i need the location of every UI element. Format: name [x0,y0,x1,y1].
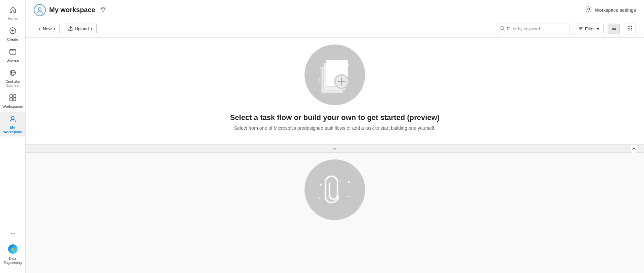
svg-text:⚡: ⚡ [10,246,16,252]
sidebar-item-workspaces[interactable]: Workspaces [0,91,25,112]
sidebar-item-home-label: Home [8,17,18,21]
sidebar-item-create-label: Create [7,37,18,42]
search-icon [500,26,505,32]
header-left: My workspace [34,4,106,16]
svg-point-30 [631,26,632,27]
svg-point-14 [38,8,41,10]
drag-handle-icon: ═ [333,146,337,151]
svg-point-39 [319,79,321,81]
filter-chevron-icon: ▾ [597,26,599,31]
premium-diamond-icon [100,6,106,14]
svg-rect-8 [13,95,16,97]
upload-icon [68,26,73,32]
avatar [34,4,46,16]
upload-button-label: Upload [75,26,89,31]
svg-point-32 [630,28,631,29]
sidebar-item-onelake[interactable]: OneLake data hub [0,66,25,91]
sidebar-item-onelake-label: OneLake data hub [5,80,20,88]
svg-point-19 [588,8,590,10]
task-flow-bottom-illustration [304,159,365,220]
task-flow-subtitle: Select from one of Microsoft's predesign… [234,125,436,131]
home-icon [9,6,17,15]
svg-point-31 [628,28,629,29]
sidebar-item-browse-label: Browse [6,58,19,63]
svg-rect-10 [13,98,16,101]
task-flow-top-section: Select a task flow or build your own to … [26,38,644,145]
svg-marker-15 [101,7,105,12]
svg-point-48 [348,181,350,183]
myworkspace-icon [9,115,17,124]
page-header: My workspace Workspace settings [26,0,644,20]
workspaces-icon [9,94,17,103]
svg-rect-7 [10,95,12,97]
collapse-button[interactable] [629,144,639,153]
section-divider-handle[interactable]: ═ [26,145,644,153]
sidebar-item-myworkspace-label: My workspace [3,125,22,134]
filter-icon [578,26,583,32]
toolbar: + New ▾ Upload ▾ Filter by keyword [26,20,644,38]
svg-point-35 [630,29,631,30]
new-button[interactable]: + New ▾ [34,24,60,34]
svg-point-50 [319,198,321,199]
plus-icon: + [38,26,41,32]
sidebar-item-data-engineering-label: Data Engineering [4,257,22,265]
svg-point-49 [348,196,350,198]
sidebar-item-myworkspace[interactable]: My workspace [0,112,25,136]
svg-point-36 [631,29,632,30]
sidebar-item-more[interactable]: ··· [0,226,25,240]
sidebar-item-home[interactable]: Home [0,3,25,24]
page-title: My workspace [49,6,95,14]
sidebar-item-create[interactable]: Create [0,24,25,44]
svg-rect-9 [10,98,12,101]
new-button-label: New [43,26,52,31]
svg-point-11 [11,116,14,119]
network-view-icon [627,26,633,32]
data-engineering-logo-icon: ⚡ [8,244,18,255]
list-view-button[interactable] [608,24,620,34]
workspace-settings-label: Workspace settings [595,7,636,13]
browse-icon [9,48,17,57]
svg-point-28 [628,26,629,27]
more-icon: ··· [11,229,14,237]
filter-button[interactable]: Filter ▾ [574,24,604,34]
sidebar-item-browse[interactable]: Browse [0,44,25,65]
svg-line-21 [504,29,505,31]
workspace-settings-button[interactable]: Workspace settings [585,6,636,14]
svg-point-47 [320,184,322,186]
list-view-icon [611,26,616,32]
new-chevron-icon: ▾ [54,27,55,31]
upload-chevron-icon: ▾ [91,27,92,31]
network-view-button[interactable] [624,24,636,34]
onelake-icon [9,69,17,78]
sidebar-item-workspaces-label: Workspaces [2,104,23,109]
create-icon [9,27,17,36]
task-flow-title: Select a task flow or build your own to … [230,113,440,122]
upload-button[interactable]: Upload ▾ [64,24,97,34]
task-flow-bottom-section [26,153,644,273]
svg-point-33 [631,28,632,29]
sidebar: Home Create Browse [0,0,26,273]
content-area: Select a task flow or build your own to … [26,38,644,273]
main-content: My workspace Workspace settings [26,0,644,273]
filter-search-box[interactable]: Filter by keyword [496,24,570,34]
task-flow-top-illustration [304,44,365,105]
svg-point-34 [628,29,629,30]
filter-button-label: Filter [585,26,595,31]
filter-search-placeholder: Filter by keyword [507,26,540,31]
svg-point-29 [630,26,631,27]
sidebar-item-data-engineering[interactable]: ⚡ Data Engineering [0,241,25,268]
settings-gear-icon [585,6,592,14]
